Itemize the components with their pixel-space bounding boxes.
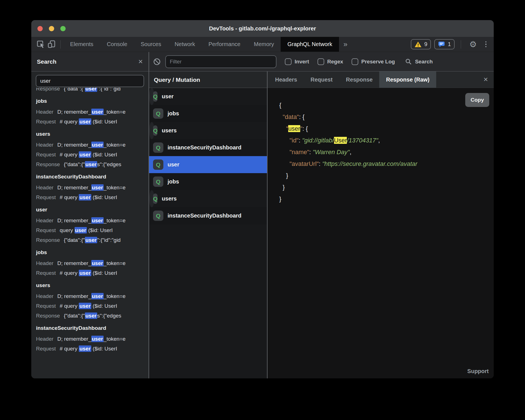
match-highlight: user xyxy=(91,184,104,191)
result-group-title: jobs xyxy=(36,247,149,258)
device-toolbar-icon[interactable] xyxy=(46,39,58,50)
tab-sources[interactable]: Sources xyxy=(134,37,168,52)
result-line-label: Header xyxy=(36,185,53,190)
kebab-menu-icon[interactable] xyxy=(483,41,490,47)
result-line[interactable]: Response{"data":{"user":{"id":"gid xyxy=(36,88,149,94)
result-line[interactable]: HeaderD; remember_user_token=e xyxy=(36,216,149,225)
result-line[interactable]: HeaderD; remember_user_token=e xyxy=(36,258,149,268)
json-token: "name" xyxy=(290,149,309,156)
result-group-title: jobs xyxy=(36,95,149,107)
support-link[interactable]: Support xyxy=(467,368,489,374)
settings-gear-icon[interactable]: ⚙ xyxy=(467,40,479,49)
clear-block-icon[interactable] xyxy=(153,58,161,66)
result-line[interactable]: HeaderD; remember_user_token=e xyxy=(36,140,149,150)
query-list-item[interactable]: QinstanceSecurityDashboard xyxy=(149,207,267,224)
result-line[interactable]: Request# query user ($id: UserI xyxy=(36,268,149,278)
result-line[interactable]: Request# query user ($id: UserI xyxy=(36,150,149,159)
tab-console[interactable]: Console xyxy=(100,37,134,52)
tab-memory[interactable]: Memory xyxy=(247,37,281,52)
result-line-label: Request xyxy=(36,194,56,200)
query-list-item[interactable]: Qusers xyxy=(149,190,154,207)
query-type-badge: Q xyxy=(153,176,163,187)
search-panel-close-icon[interactable]: ✕ xyxy=(138,58,143,65)
result-line-label: Response xyxy=(36,237,60,243)
result-line[interactable]: Request# query user ($id: UserI xyxy=(36,117,149,127)
filter-input[interactable] xyxy=(165,55,276,68)
search-toggle[interactable]: Search xyxy=(405,58,433,65)
query-list: QuserQjobsQusersQinstanceSecurityDashboa… xyxy=(149,88,267,224)
close-window-button[interactable] xyxy=(37,26,43,31)
query-label: jobs xyxy=(168,110,179,117)
json-viewer: { "data": { "user": { "id": "gid://gitla… xyxy=(279,99,494,205)
json-token: "gid://gitlab/ xyxy=(302,137,334,144)
query-list-item[interactable]: QinstanceSecurityDashboard xyxy=(149,139,267,156)
result-group: instanceSecurityDashboardHeaderD; rememb… xyxy=(36,322,149,354)
result-line-label: Response xyxy=(36,313,60,319)
main-tabs: ElementsConsoleSourcesNetworkPerformance… xyxy=(63,37,339,52)
result-line[interactable]: Response{"data":{"users":{"edges xyxy=(36,159,149,169)
tab-network[interactable]: Network xyxy=(168,37,202,52)
result-line-label: Header xyxy=(36,218,53,223)
maximize-window-button[interactable] xyxy=(60,26,66,31)
query-type-badge: Q xyxy=(153,142,163,153)
result-text: ($id: UserI xyxy=(91,152,117,157)
query-list-item[interactable]: Qjobs xyxy=(149,173,267,190)
detail-tab-headers[interactable]: Headers xyxy=(268,71,304,88)
detail-tab-request[interactable]: Request xyxy=(304,71,339,88)
devtools-tabbar: ElementsConsoleSourcesNetworkPerformance… xyxy=(31,37,494,52)
result-line[interactable]: Response{"data":{"user":{"id":"gid xyxy=(36,235,149,245)
message-bubble-icon xyxy=(438,41,445,48)
result-text: ":{"id":"gid xyxy=(97,88,121,92)
response-detail-panel: HeadersRequestResponseResponse (Raw)✕ Co… xyxy=(268,71,494,378)
query-list-item[interactable]: Quser xyxy=(149,156,267,173)
result-line[interactable]: Request# query user ($id: UserI xyxy=(36,344,149,354)
json-token: "Warren Day" xyxy=(313,149,350,156)
query-list-item[interactable]: Quser xyxy=(149,88,154,105)
result-line[interactable]: Request# query user ($id: UserI xyxy=(36,192,149,202)
result-text: _token=e xyxy=(104,260,126,266)
detail-tab-response[interactable]: Response xyxy=(339,71,380,88)
search-match-highlight: user xyxy=(288,125,300,132)
detail-tab-response-raw[interactable]: Response (Raw) xyxy=(379,71,436,88)
checkbox-box[interactable] xyxy=(318,58,324,65)
minimize-window-button[interactable] xyxy=(49,26,54,31)
search-input[interactable] xyxy=(36,75,144,87)
checkbox-regex[interactable]: Regex xyxy=(318,58,343,65)
search-panel-title: Search xyxy=(37,58,56,65)
warnings-badge[interactable]: 9 xyxy=(411,39,431,49)
result-line[interactable]: Requestquery user ($id: UserI xyxy=(36,225,149,235)
result-line[interactable]: Response{"data":{"users":{"edges xyxy=(36,311,149,321)
query-list-item[interactable]: Qjobs xyxy=(149,105,267,122)
result-group-title: instanceSecurityDashboard xyxy=(36,171,149,183)
query-list-item[interactable]: Qusers xyxy=(149,122,154,139)
detail-close-icon[interactable]: ✕ xyxy=(483,76,488,83)
match-highlight: user xyxy=(79,118,91,125)
checkbox-preserve-log[interactable]: Preserve Log xyxy=(352,58,395,65)
checkbox-label: Preserve Log xyxy=(361,59,395,65)
tab-performance[interactable]: Performance xyxy=(202,37,247,52)
result-line[interactable]: HeaderD; remember_user_token=e xyxy=(36,107,149,117)
tabbar-actions: 9 1 ⚙ xyxy=(411,39,494,49)
result-text: ($id: UserI xyxy=(91,194,117,200)
query-type-badge: Q xyxy=(153,125,157,136)
result-group: usersHeaderD; remember_user_token=eReque… xyxy=(36,128,149,169)
messages-badge[interactable]: 1 xyxy=(434,39,454,49)
match-highlight: user xyxy=(75,227,87,233)
tab-elements[interactable]: Elements xyxy=(63,37,100,52)
secondary-toolbar: Search ✕ InvertRegexPreserve Log Search xyxy=(31,52,494,71)
inspect-element-icon[interactable] xyxy=(35,39,46,50)
result-line[interactable]: HeaderD; remember_user_token=e xyxy=(36,291,149,301)
json-token: , xyxy=(350,149,351,156)
result-text: s":{"edges xyxy=(97,313,121,319)
result-line[interactable]: Request# query user ($id: UserI xyxy=(36,301,149,311)
result-line[interactable]: HeaderD; remember_user_token=e xyxy=(36,183,149,192)
result-line[interactable]: HeaderD; remember_user_token=e xyxy=(36,334,149,344)
result-line-label: Request xyxy=(36,227,56,233)
checkbox-box[interactable] xyxy=(352,58,358,65)
json-token: " xyxy=(300,125,302,132)
checkbox-invert[interactable]: Invert xyxy=(285,58,309,65)
tab-graphql-network[interactable]: GraphQL Network xyxy=(281,37,339,52)
more-tabs-chevron-icon[interactable]: » xyxy=(339,40,352,49)
result-line-label: Header xyxy=(36,293,53,299)
checkbox-box[interactable] xyxy=(285,58,292,65)
